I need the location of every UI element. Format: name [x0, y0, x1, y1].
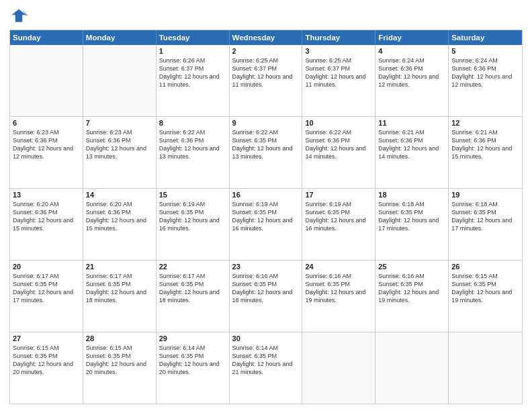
day-info: Sunrise: 6:21 AM Sunset: 6:36 PM Dayligh… [378, 128, 445, 161]
day-info: Sunrise: 6:23 AM Sunset: 6:36 PM Dayligh… [86, 128, 153, 161]
calendar-body: 1Sunrise: 6:26 AM Sunset: 6:37 PM Daylig… [10, 45, 522, 404]
day-info: Sunrise: 6:24 AM Sunset: 6:36 PM Dayligh… [451, 56, 519, 89]
day-number: 10 [305, 119, 372, 127]
calendar-cell-15: 15Sunrise: 6:19 AM Sunset: 6:35 PM Dayli… [157, 189, 230, 260]
page: SundayMondayTuesdayWednesdayThursdayFrid… [0, 0, 532, 411]
calendar-cell-22: 22Sunrise: 6:17 AM Sunset: 6:35 PM Dayli… [157, 261, 230, 332]
day-info: Sunrise: 6:25 AM Sunset: 6:37 PM Dayligh… [232, 56, 300, 89]
calendar-cell-23: 23Sunrise: 6:16 AM Sunset: 6:35 PM Dayli… [230, 261, 303, 332]
day-info: Sunrise: 6:20 AM Sunset: 6:36 PM Dayligh… [86, 200, 153, 233]
day-info: Sunrise: 6:16 AM Sunset: 6:35 PM Dayligh… [305, 272, 372, 305]
calendar-cell-18: 18Sunrise: 6:18 AM Sunset: 6:35 PM Dayli… [375, 189, 449, 260]
day-number: 14 [86, 191, 153, 199]
day-info: Sunrise: 6:19 AM Sunset: 6:35 PM Dayligh… [159, 200, 226, 233]
day-number: 23 [232, 263, 300, 271]
day-number: 17 [305, 191, 372, 199]
day-number: 18 [378, 191, 445, 199]
day-number: 28 [86, 334, 153, 342]
day-info: Sunrise: 6:14 AM Sunset: 6:35 PM Dayligh… [232, 344, 300, 377]
day-info: Sunrise: 6:23 AM Sunset: 6:36 PM Dayligh… [13, 128, 80, 161]
calendar-cell-5: 5Sunrise: 6:24 AM Sunset: 6:36 PM Daylig… [449, 45, 522, 116]
day-number: 29 [159, 334, 226, 342]
day-number: 15 [159, 191, 226, 199]
calendar-cell-empty-0-0 [10, 45, 83, 116]
calendar-cell-19: 19Sunrise: 6:18 AM Sunset: 6:35 PM Dayli… [449, 189, 522, 260]
calendar-header-row: SundayMondayTuesdayWednesdayThursdayFrid… [10, 30, 522, 45]
calendar-cell-empty-4-6 [449, 332, 522, 404]
calendar-cell-1: 1Sunrise: 6:26 AM Sunset: 6:37 PM Daylig… [157, 45, 230, 116]
day-info: Sunrise: 6:22 AM Sunset: 6:36 PM Dayligh… [305, 128, 372, 161]
day-number: 13 [13, 191, 80, 199]
day-info: Sunrise: 6:17 AM Sunset: 6:35 PM Dayligh… [86, 272, 153, 305]
calendar-cell-9: 9Sunrise: 6:22 AM Sunset: 6:35 PM Daylig… [230, 117, 303, 188]
calendar-cell-14: 14Sunrise: 6:20 AM Sunset: 6:36 PM Dayli… [83, 189, 157, 260]
day-info: Sunrise: 6:17 AM Sunset: 6:35 PM Dayligh… [159, 272, 226, 305]
day-number: 1 [159, 47, 226, 55]
calendar-cell-4: 4Sunrise: 6:24 AM Sunset: 6:36 PM Daylig… [375, 45, 449, 116]
svg-marker-0 [12, 9, 26, 22]
calendar-cell-12: 12Sunrise: 6:21 AM Sunset: 6:36 PM Dayli… [449, 117, 522, 188]
day-number: 2 [232, 47, 300, 55]
header-day-thursday: Thursday [302, 30, 375, 45]
calendar-cell-21: 21Sunrise: 6:17 AM Sunset: 6:35 PM Dayli… [83, 261, 157, 332]
calendar: SundayMondayTuesdayWednesdayThursdayFrid… [9, 30, 523, 404]
calendar-row-2: 6Sunrise: 6:23 AM Sunset: 6:36 PM Daylig… [10, 117, 522, 189]
day-info: Sunrise: 6:18 AM Sunset: 6:35 PM Dayligh… [451, 200, 519, 233]
calendar-cell-29: 29Sunrise: 6:14 AM Sunset: 6:35 PM Dayli… [157, 332, 230, 404]
day-number: 16 [232, 191, 300, 199]
calendar-cell-empty-0-1 [83, 45, 157, 116]
calendar-cell-2: 2Sunrise: 6:25 AM Sunset: 6:37 PM Daylig… [230, 45, 303, 116]
logo-icon [9, 7, 28, 26]
calendar-cell-20: 20Sunrise: 6:17 AM Sunset: 6:35 PM Dayli… [10, 261, 83, 332]
day-number: 27 [13, 334, 80, 342]
calendar-cell-11: 11Sunrise: 6:21 AM Sunset: 6:36 PM Dayli… [375, 117, 449, 188]
calendar-cell-30: 30Sunrise: 6:14 AM Sunset: 6:35 PM Dayli… [230, 332, 303, 404]
calendar-cell-24: 24Sunrise: 6:16 AM Sunset: 6:35 PM Dayli… [302, 261, 375, 332]
calendar-cell-13: 13Sunrise: 6:20 AM Sunset: 6:36 PM Dayli… [10, 189, 83, 260]
calendar-row-4: 20Sunrise: 6:17 AM Sunset: 6:35 PM Dayli… [10, 261, 522, 332]
day-number: 20 [13, 263, 80, 271]
day-number: 3 [305, 47, 372, 55]
day-number: 22 [159, 263, 226, 271]
day-number: 21 [86, 263, 153, 271]
calendar-cell-8: 8Sunrise: 6:22 AM Sunset: 6:36 PM Daylig… [157, 117, 230, 188]
day-number: 11 [378, 119, 445, 127]
calendar-row-1: 1Sunrise: 6:26 AM Sunset: 6:37 PM Daylig… [10, 45, 522, 117]
day-info: Sunrise: 6:25 AM Sunset: 6:37 PM Dayligh… [305, 56, 372, 89]
header-day-monday: Monday [83, 30, 157, 45]
day-info: Sunrise: 6:21 AM Sunset: 6:36 PM Dayligh… [451, 128, 519, 161]
header-day-sunday: Sunday [10, 30, 83, 45]
calendar-cell-17: 17Sunrise: 6:19 AM Sunset: 6:35 PM Dayli… [302, 189, 375, 260]
day-info: Sunrise: 6:19 AM Sunset: 6:35 PM Dayligh… [232, 200, 300, 233]
day-info: Sunrise: 6:16 AM Sunset: 6:35 PM Dayligh… [232, 272, 300, 305]
header [9, 7, 523, 26]
day-info: Sunrise: 6:19 AM Sunset: 6:35 PM Dayligh… [305, 200, 372, 233]
day-info: Sunrise: 6:18 AM Sunset: 6:35 PM Dayligh… [378, 200, 445, 233]
day-info: Sunrise: 6:17 AM Sunset: 6:35 PM Dayligh… [13, 272, 80, 305]
day-number: 8 [159, 119, 226, 127]
calendar-cell-empty-4-4 [302, 332, 375, 404]
calendar-cell-16: 16Sunrise: 6:19 AM Sunset: 6:35 PM Dayli… [230, 189, 303, 260]
calendar-cell-28: 28Sunrise: 6:15 AM Sunset: 6:35 PM Dayli… [83, 332, 157, 404]
day-info: Sunrise: 6:20 AM Sunset: 6:36 PM Dayligh… [13, 200, 80, 233]
calendar-cell-empty-4-5 [375, 332, 449, 404]
day-info: Sunrise: 6:15 AM Sunset: 6:35 PM Dayligh… [451, 272, 519, 305]
calendar-row-5: 27Sunrise: 6:15 AM Sunset: 6:35 PM Dayli… [10, 332, 522, 404]
day-info: Sunrise: 6:22 AM Sunset: 6:36 PM Dayligh… [159, 128, 226, 161]
day-info: Sunrise: 6:14 AM Sunset: 6:35 PM Dayligh… [159, 344, 226, 377]
header-day-friday: Friday [375, 30, 449, 45]
day-info: Sunrise: 6:15 AM Sunset: 6:35 PM Dayligh… [86, 344, 153, 377]
calendar-cell-25: 25Sunrise: 6:16 AM Sunset: 6:35 PM Dayli… [375, 261, 449, 332]
day-number: 25 [378, 263, 445, 271]
day-number: 9 [232, 119, 300, 127]
day-number: 6 [13, 119, 80, 127]
day-info: Sunrise: 6:16 AM Sunset: 6:35 PM Dayligh… [378, 272, 445, 305]
day-info: Sunrise: 6:26 AM Sunset: 6:37 PM Dayligh… [159, 56, 226, 89]
calendar-cell-26: 26Sunrise: 6:15 AM Sunset: 6:35 PM Dayli… [449, 261, 522, 332]
day-info: Sunrise: 6:24 AM Sunset: 6:36 PM Dayligh… [378, 56, 445, 89]
calendar-row-3: 13Sunrise: 6:20 AM Sunset: 6:36 PM Dayli… [10, 189, 522, 261]
header-day-saturday: Saturday [449, 30, 522, 45]
calendar-cell-3: 3Sunrise: 6:25 AM Sunset: 6:37 PM Daylig… [302, 45, 375, 116]
day-number: 24 [305, 263, 372, 271]
calendar-cell-6: 6Sunrise: 6:23 AM Sunset: 6:36 PM Daylig… [10, 117, 83, 188]
